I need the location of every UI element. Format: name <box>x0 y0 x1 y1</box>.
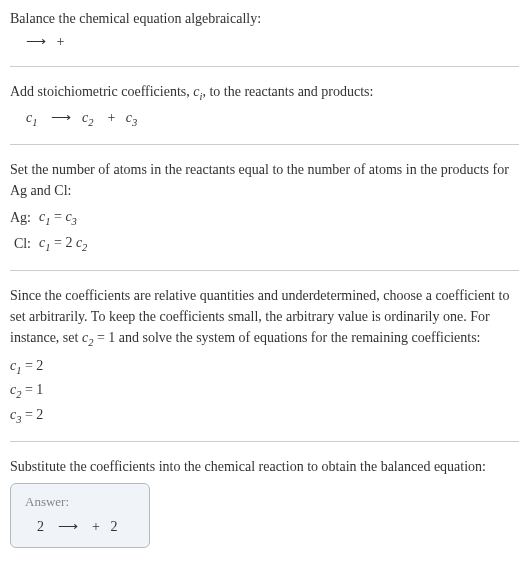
answer-label: Answer: <box>25 492 135 512</box>
divider <box>10 66 519 67</box>
coeff-2b: 2 <box>110 519 117 534</box>
c2: c2 <box>82 110 93 125</box>
plus-sign: + <box>92 519 100 534</box>
element-label: Ag: <box>10 205 39 231</box>
coeff-solution: c1 = 2 <box>10 355 519 379</box>
spacer <box>48 519 55 534</box>
table-row: Cl: c1 = 2 c2 <box>10 231 93 257</box>
spacer <box>97 110 104 125</box>
section-atom-balance: Set the number of atoms in the reactants… <box>10 159 519 256</box>
plus-sign: + <box>107 110 115 125</box>
divider <box>10 270 519 271</box>
intro-text-1: Balance the chemical equation algebraica… <box>10 8 519 29</box>
equation-blank-1: ⟶ + <box>10 31 519 52</box>
section-solve: Since the coefficients are relative quan… <box>10 285 519 427</box>
spacer <box>75 110 79 125</box>
arrow-icon: ⟶ <box>26 31 46 52</box>
coeff-solution: c3 = 2 <box>10 404 519 428</box>
atom-equations: Ag: c1 = c3 Cl: c1 = 2 c2 <box>10 205 93 256</box>
intro-text-2: Add stoichiometric coefficients, ci, to … <box>10 81 519 105</box>
divider <box>10 441 519 442</box>
section-answer: Substitute the coefficients into the che… <box>10 456 519 548</box>
coeff-2a: 2 <box>37 519 44 534</box>
cset: c2 <box>82 330 93 345</box>
section-stoich: Add stoichiometric coefficients, ci, to … <box>10 81 519 130</box>
section-balance-intro: Balance the chemical equation algebraica… <box>10 8 519 52</box>
arrow-icon: ⟶ <box>51 107 71 128</box>
c3: c3 <box>126 110 137 125</box>
arrow-icon: ⟶ <box>58 516 78 537</box>
balanced-equation: 2 ⟶ + 2 <box>25 516 135 537</box>
intro-text-4: Since the coefficients are relative quan… <box>10 285 519 351</box>
spacer <box>82 519 89 534</box>
spacer <box>119 110 123 125</box>
coeff-solution: c2 = 1 <box>10 379 519 403</box>
equation-cell: c1 = c3 <box>39 205 93 231</box>
spacer <box>41 110 48 125</box>
spacer <box>103 519 107 534</box>
element-label: Cl: <box>10 231 39 257</box>
table-row: Ag: c1 = c3 <box>10 205 93 231</box>
divider <box>10 144 519 145</box>
intro-text-3: Set the number of atoms in the reactants… <box>10 159 519 201</box>
coefficient-solutions: c1 = 2 c2 = 1 c3 = 2 <box>10 355 519 428</box>
plus-sign: + <box>50 34 65 49</box>
intro-text-5: Substitute the coefficients into the che… <box>10 456 519 477</box>
equation-cell: c1 = 2 c2 <box>39 231 93 257</box>
equation-coeffs: c1 ⟶ c2 + c3 <box>10 107 519 131</box>
answer-box: Answer: 2 ⟶ + 2 <box>10 483 150 548</box>
c1: c1 <box>26 110 37 125</box>
